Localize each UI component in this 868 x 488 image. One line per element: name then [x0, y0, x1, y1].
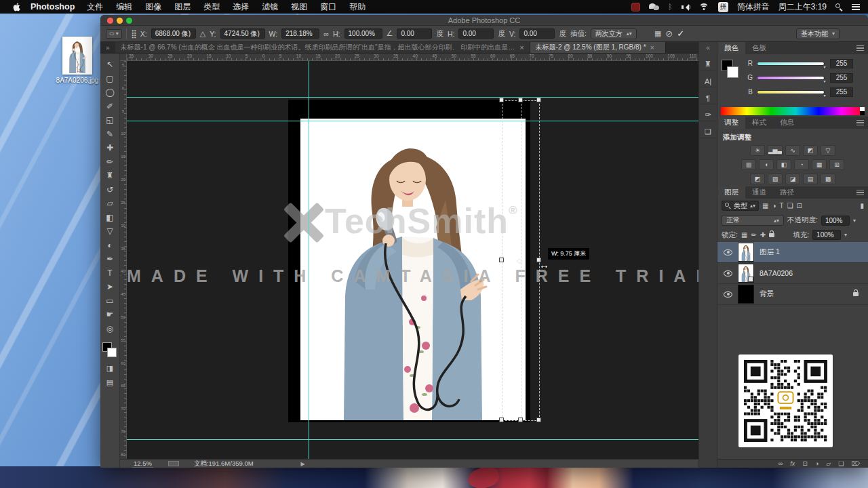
x-input[interactable]: 6868.00 像) — [151, 28, 196, 39]
adjustment-icon[interactable]: ◪ — [785, 174, 800, 184]
tool-button[interactable]: ✚ — [100, 141, 120, 155]
lock-position-icon[interactable]: ✚ — [760, 231, 766, 239]
input-method-label[interactable]: 简体拼音 — [737, 1, 770, 13]
delete-layer-icon[interactable]: ⌦ — [851, 460, 860, 467]
adjustment-icon[interactable]: ◩ — [803, 145, 818, 156]
layer-row-8a7a0206[interactable]: 8A7A0206 — [717, 263, 868, 284]
panel-menu-icon[interactable] — [856, 45, 864, 51]
canvas-area[interactable]: TechSmith® MADE WITH CAMTASIA FREE TRIAL… — [127, 61, 698, 459]
notification-center-icon[interactable] — [852, 4, 860, 10]
wifi-icon[interactable] — [699, 3, 709, 11]
tab-layers[interactable]: 图层 — [717, 186, 745, 199]
fg-bg-swatches[interactable] — [720, 58, 741, 81]
layer-name[interactable]: 图层 1 — [760, 247, 780, 257]
new-adjustment-layer-icon[interactable]: ◑ — [815, 460, 818, 467]
layer-thumbnail[interactable] — [738, 243, 754, 262]
rotate-input[interactable]: 0.00 — [397, 28, 432, 39]
tool-button[interactable]: ◱ — [100, 113, 120, 127]
tool-button[interactable]: T — [100, 266, 120, 281]
tab-styles[interactable]: 样式 — [745, 117, 773, 129]
tool-button[interactable]: ↺ — [100, 183, 120, 197]
r-slider[interactable]: ▾ — [757, 62, 825, 66]
tool-button[interactable]: ▢ — [100, 72, 120, 86]
tool-button[interactable]: ◯ — [100, 85, 120, 100]
menubar-item[interactable]: 帮助 — [349, 1, 366, 13]
warp-mode-button[interactable]: ▦ — [654, 29, 661, 38]
b-value[interactable]: 255 — [830, 87, 853, 97]
adjustment-icon[interactable]: ◧ — [776, 159, 791, 170]
adjustment-icon[interactable]: ▨ — [768, 174, 783, 184]
layer-name[interactable]: 背景 — [760, 289, 774, 299]
adjustment-icon[interactable]: ⊞ — [829, 159, 844, 170]
color-swatches[interactable] — [102, 342, 118, 359]
tab-adjustments[interactable]: 调整 — [717, 117, 745, 129]
menubar-item[interactable]: 类型 — [203, 1, 220, 13]
tool-button[interactable]: ▭ — [100, 294, 120, 308]
type-filter-icon[interactable]: T — [780, 202, 784, 209]
transform-handle[interactable] — [499, 418, 504, 422]
desktop-file-icon[interactable]: 8A7A0206.jpg — [56, 37, 99, 84]
zoom-level-field[interactable]: 12.5% — [132, 460, 153, 468]
layer-mask-icon[interactable]: ⊡ — [802, 460, 808, 467]
tool-button[interactable]: ▽ — [100, 224, 120, 239]
transform-reference-point[interactable]: ◇ — [517, 257, 522, 264]
height-input[interactable]: 100.00% — [344, 28, 382, 39]
layer-row-background[interactable]: 背景 — [717, 284, 868, 305]
document-tab-untitled-1[interactable]: 未标题-1 @ 66.7% (出血的概念 出血也是一种印刷业的术语。纸质印刷品所… — [115, 42, 530, 53]
dock-panel-icon[interactable]: ¶ — [701, 92, 715, 104]
blend-mode-select[interactable]: 正常▴▾ — [722, 215, 784, 226]
hskew-input[interactable]: 0.00 — [458, 28, 494, 39]
relative-position-toggle[interactable]: △ — [200, 29, 205, 38]
commit-transform-button[interactable]: ✓ — [677, 28, 684, 39]
g-value[interactable]: 255 — [830, 73, 853, 83]
quick-mask-button[interactable]: ◨ — [106, 364, 113, 373]
spotlight-search-icon[interactable] — [835, 3, 843, 11]
adjustment-filter-icon[interactable]: ◑ — [772, 202, 776, 209]
tool-button[interactable]: ✒ — [100, 252, 120, 266]
new-layer-icon[interactable]: ❑ — [838, 460, 844, 467]
layer-thumbnail[interactable] — [738, 264, 754, 283]
panel-menu-icon[interactable] — [856, 120, 864, 125]
transform-handle[interactable] — [518, 418, 523, 422]
tool-preset-picker[interactable]: ▭▾ — [106, 29, 122, 39]
adjustment-icon[interactable]: ▥ — [741, 159, 756, 170]
lock-transparency-icon[interactable]: ▦ — [741, 231, 747, 239]
tool-button[interactable]: ➤ — [100, 280, 120, 294]
smart-object-filter-icon[interactable]: ⊡ — [797, 202, 802, 209]
toolbar-collapse-icon[interactable]: » — [106, 44, 110, 52]
g-slider[interactable]: ▾ — [757, 76, 825, 80]
menubar-item[interactable]: 窗口 — [320, 1, 336, 13]
layer-thumbnail[interactable] — [738, 285, 754, 304]
dock-panel-icon[interactable]: ♜ — [701, 58, 715, 70]
volume-icon[interactable] — [682, 3, 690, 11]
screen-mode-button[interactable]: ▤ — [106, 378, 113, 387]
tool-button[interactable]: ▱ — [100, 197, 120, 211]
lock-pixels-icon[interactable]: ✏ — [751, 231, 756, 239]
tool-button[interactable]: ✎ — [100, 127, 120, 142]
ruler-left[interactable]: 5 0 5 10 15 20 25 30 35 40 45 50 — [120, 61, 127, 459]
menubar-item[interactable]: 文件 — [87, 1, 103, 13]
tool-button[interactable]: ☛ — [100, 308, 120, 322]
adjustment-icon[interactable]: ▂▅▃ — [768, 145, 783, 156]
background-color-swatch[interactable] — [107, 348, 117, 357]
vskew-input[interactable]: 0.00 — [519, 28, 555, 39]
layer-visibility-icon[interactable] — [724, 270, 732, 277]
tab-paths[interactable]: 路径 — [773, 186, 801, 199]
menubar-clock[interactable]: 周二上午3:19 — [778, 1, 827, 13]
wechat-icon[interactable] — [649, 3, 659, 11]
adjustment-icon[interactable]: ∿ — [785, 145, 800, 156]
menubar-item[interactable]: 编辑 — [116, 1, 132, 13]
apple-menu-icon[interactable] — [12, 2, 21, 12]
transform-handle[interactable] — [499, 258, 504, 262]
tab-close-icon[interactable]: × — [650, 43, 654, 52]
dock-panel-icon[interactable]: A| — [701, 75, 715, 87]
dock-panel-icon[interactable]: ❏ — [701, 126, 715, 138]
opacity-input[interactable]: 100% — [821, 216, 850, 226]
tool-button[interactable]: ◐ — [100, 239, 120, 253]
b-slider[interactable]: ▾ — [757, 90, 825, 94]
filter-toggle[interactable]: ▮ — [860, 202, 864, 209]
width-input[interactable]: 218.18% — [281, 28, 319, 39]
bluetooth-icon[interactable]: ᛒ — [668, 3, 673, 11]
tab-color[interactable]: 颜色 — [717, 42, 745, 54]
tool-button[interactable]: ✐ — [100, 100, 120, 114]
